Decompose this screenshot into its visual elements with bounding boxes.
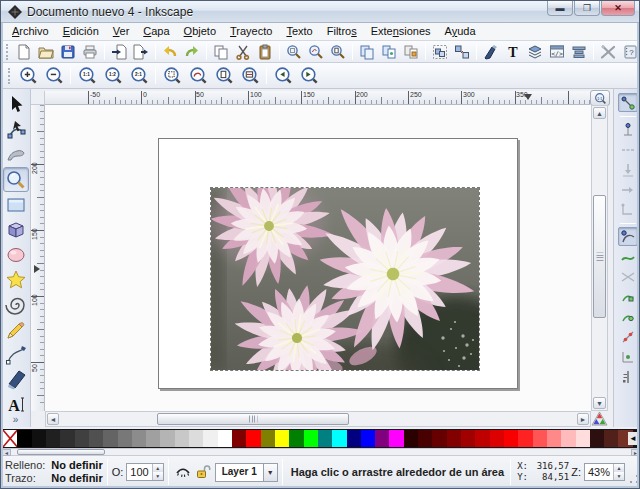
text-dialog-button[interactable]: T [502, 42, 524, 62]
tool-spiral[interactable] [3, 292, 29, 317]
zoom-down-arrow[interactable]: ▼ [614, 472, 624, 480]
zoom-in-button[interactable] [15, 65, 41, 87]
snap-intersection-button[interactable] [618, 267, 638, 286]
vertical-scroll-thumb[interactable] [593, 195, 606, 318]
color-swatch[interactable] [576, 430, 590, 447]
zoom-next-button[interactable] [296, 65, 322, 87]
restore-button[interactable]: ❐ [574, 1, 600, 16]
color-swatch[interactable] [75, 430, 89, 447]
snap-page-border-button[interactable] [618, 367, 638, 386]
scroll-right-arrow[interactable]: ► [577, 413, 589, 425]
unlink-clone-button[interactable] [400, 42, 422, 62]
palette-scrollbar[interactable]: ◄ ► [1, 448, 640, 456]
color-swatch[interactable] [275, 430, 289, 447]
preferences-button[interactable] [597, 42, 619, 62]
toolbar-grip[interactable] [6, 44, 10, 60]
snap-to-path-button[interactable] [618, 247, 638, 266]
tool-star[interactable] [3, 267, 29, 292]
zoom-drawing-button[interactable] [305, 42, 327, 62]
color-swatch[interactable] [375, 430, 389, 447]
color-swatch[interactable] [347, 430, 361, 447]
xml-editor-button[interactable]: </> [546, 42, 568, 62]
scroll-down-arrow[interactable]: ▼ [593, 397, 606, 409]
menu-edicion[interactable]: Edición [56, 23, 106, 40]
layer-selector[interactable]: Layer 1 ▼ [215, 463, 278, 482]
new-document-button[interactable] [13, 42, 35, 62]
color-swatch[interactable] [175, 430, 189, 447]
palette-scroll-thumb[interactable] [17, 449, 105, 455]
titlebar[interactable]: Documento nuevo 4 - Inkscape ▬ ❐ ✕ [1, 1, 640, 23]
zoom-to-page-button[interactable] [211, 65, 237, 87]
color-wheel-icon[interactable] [590, 411, 609, 427]
zoom-1-2-button[interactable]: 1:2 [100, 65, 126, 87]
fill-stroke-indicator[interactable]: Relleno: No definir Trazo: No definir [1, 459, 103, 485]
export-button[interactable] [130, 42, 152, 62]
color-swatch[interactable] [361, 430, 375, 447]
menu-extensiones[interactable]: Extensiones [364, 23, 438, 40]
color-swatch[interactable] [547, 430, 561, 447]
layer-dropdown-arrow-icon[interactable]: ▼ [263, 463, 278, 482]
zoom-to-selection-button[interactable] [159, 65, 185, 87]
menu-archivo[interactable]: Archivo [5, 23, 56, 40]
menu-filtros[interactable]: Filtros [320, 23, 364, 40]
color-swatch[interactable] [490, 430, 504, 447]
opacity-down-arrow[interactable]: ▼ [153, 472, 163, 480]
color-swatch[interactable] [504, 430, 518, 447]
tool-pencil[interactable] [3, 317, 29, 342]
save-button[interactable] [57, 42, 79, 62]
color-swatch[interactable] [590, 430, 604, 447]
minimize-button[interactable]: ▬ [547, 1, 573, 16]
snap-smooth-node-button[interactable] [618, 307, 638, 326]
tool-zoom[interactable] [3, 167, 29, 192]
zoom-spinbox[interactable]: 43% ▲▼ [584, 463, 625, 481]
color-swatch[interactable] [118, 430, 132, 447]
tool-bezier[interactable] [3, 342, 29, 367]
color-swatch[interactable] [160, 430, 174, 447]
zoom-page-width-button[interactable] [237, 65, 263, 87]
scroll-left-arrow[interactable]: ◄ [47, 413, 59, 425]
color-swatch[interactable] [561, 430, 575, 447]
snap-cusp-node-button[interactable] [618, 287, 638, 306]
current-layer-name[interactable]: Layer 1 [215, 463, 263, 482]
color-swatch[interactable] [533, 430, 547, 447]
canvas-viewport[interactable] [45, 105, 591, 411]
color-swatch[interactable] [32, 430, 46, 447]
create-clone-button[interactable] [378, 42, 400, 62]
color-swatch[interactable] [60, 430, 74, 447]
tool-selector[interactable] [3, 92, 29, 117]
color-swatch[interactable] [304, 430, 318, 447]
color-swatch[interactable] [404, 430, 418, 447]
opacity-spinbox[interactable]: 100 ▲▼ [126, 463, 163, 481]
color-swatch[interactable] [189, 430, 203, 447]
print-button[interactable] [79, 42, 101, 62]
menu-trayecto[interactable]: Trayecto [223, 23, 279, 40]
import-button[interactable] [108, 42, 130, 62]
opacity-value[interactable]: 100 [127, 464, 151, 480]
zoom-1-1-button[interactable]: 1:1 [74, 65, 100, 87]
color-swatch[interactable] [103, 430, 117, 447]
color-swatch[interactable] [604, 430, 618, 447]
color-swatch[interactable] [432, 430, 446, 447]
toolbox-overflow-chevron[interactable]: » [1, 414, 30, 425]
color-swatch[interactable] [17, 430, 31, 447]
menu-texto[interactable]: Texto [279, 23, 319, 40]
snap-nodes-button[interactable] [618, 227, 638, 246]
color-swatch[interactable] [46, 430, 60, 447]
redo-button[interactable] [181, 42, 203, 62]
vertical-ruler[interactable]: 20015010050 [31, 105, 45, 411]
zoom-page-button[interactable] [327, 42, 349, 62]
snap-bbox-center-button[interactable] [618, 180, 638, 199]
open-document-button[interactable] [35, 42, 57, 62]
document-page[interactable] [158, 138, 518, 389]
color-swatch[interactable] [461, 430, 475, 447]
snap-midpoint-button[interactable] [618, 327, 638, 346]
cut-button[interactable] [232, 42, 254, 62]
tool-tweak[interactable] [3, 142, 29, 167]
color-swatch[interactable] [89, 430, 103, 447]
menu-ver[interactable]: Ver [106, 23, 137, 40]
menu-capa[interactable]: Capa [136, 23, 176, 40]
undo-button[interactable] [159, 42, 181, 62]
menu-ayuda[interactable]: Ayuda [438, 23, 483, 40]
vertical-scrollbar[interactable]: ▲ ▼ [591, 105, 608, 411]
color-swatch[interactable] [289, 430, 303, 447]
